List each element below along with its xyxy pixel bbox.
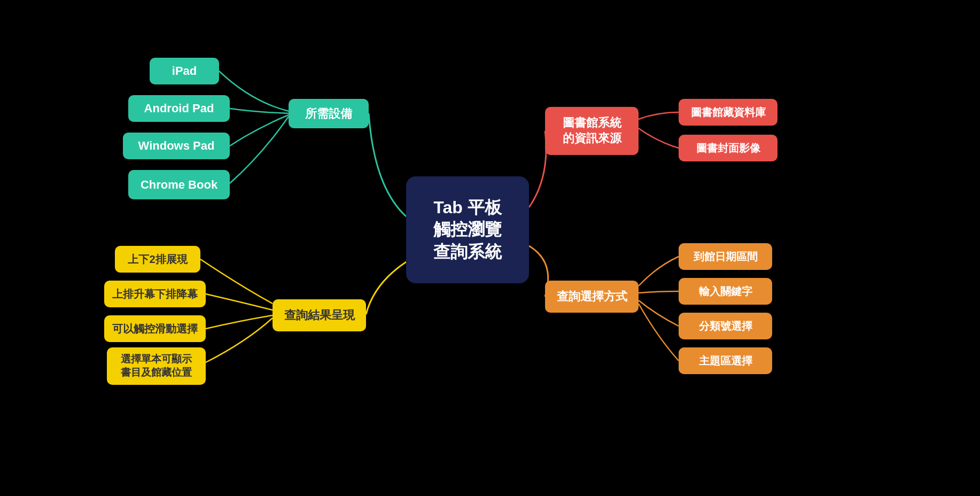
category-label: 分類號選擇 [699,319,752,334]
node-date: 到館日期區間 [679,243,772,270]
select-label: 選擇單本可顯示 書目及館藏位置 [121,353,192,379]
query-method-label: 查詢選擇方式 [557,289,627,305]
androidpad-label: Android Pad [144,102,214,115]
branch-library-source: 圖書館系統 的資訊來源 [545,107,639,155]
node-touch: 可以觸控滑動選擇 [104,315,206,342]
branch-chaxun: 查詢結果呈現 [273,299,366,331]
node-chromebook: Chrome Book [128,170,230,199]
node-library-db: 圖書館藏資料庫 [679,99,777,126]
touch-label: 可以觸控滑動選擇 [112,322,198,336]
updown-label: 上下2排展現 [128,252,187,267]
book-cover-label: 圖書封面影像 [696,141,760,156]
node-category: 分類號選擇 [679,313,772,339]
node-ipad: iPad [150,58,219,84]
branch-query-method: 查詢選擇方式 [545,281,639,313]
ipad-label: iPad [172,64,197,78]
node-updown: 上下2排展現 [115,246,200,273]
chaxun-label: 查詢結果呈現 [284,307,355,323]
souxu-label: 所需設備 [305,106,352,122]
center-label: Tab 平板 觸控瀏覽 查詢系統 [433,197,502,264]
center-node: Tab 平板 觸控瀏覽 查詢系統 [406,176,529,283]
branch-souxu: 所需設備 [289,99,369,128]
theme-label: 主題區選擇 [699,354,752,368]
node-androidpad: Android Pad [128,95,230,122]
node-keyword: 輸入關鍵字 [679,278,772,305]
node-select: 選擇單本可顯示 書目及館藏位置 [107,347,206,385]
mindmap-container: Tab 平板 觸控瀏覽 查詢系統 所需設備 iPad Android Pad W… [0,0,980,496]
date-label: 到館日期區間 [694,250,758,264]
keyword-label: 輸入關鍵字 [699,284,752,299]
windowspad-label: Windows Pad [138,139,215,153]
library-db-label: 圖書館藏資料庫 [691,105,766,120]
library-source-label: 圖書館系統 的資訊來源 [563,115,621,146]
node-windowspad: Windows Pad [123,133,230,159]
node-book-cover: 圖書封面影像 [679,135,777,161]
node-theme: 主題區選擇 [679,347,772,374]
node-uprise: 上排升幕下排降幕 [104,281,206,307]
uprise-label: 上排升幕下排降幕 [112,287,198,301]
chromebook-label: Chrome Book [141,178,217,192]
